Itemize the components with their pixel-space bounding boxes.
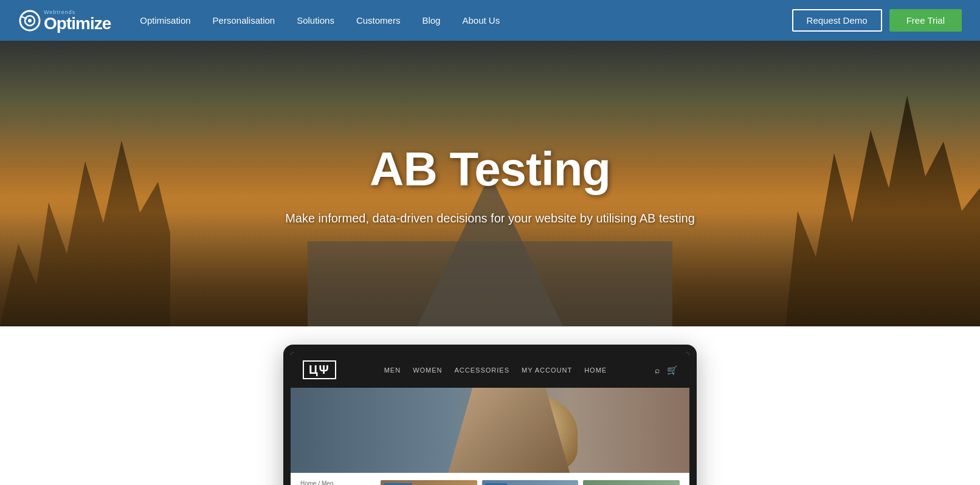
- logo-text: Webtrends Optimize: [44, 9, 111, 32]
- mock-site-logo: ЦΨ: [303, 360, 336, 379]
- nav-link-optimisation[interactable]: Optimisation: [129, 15, 201, 26]
- logo[interactable]: Webtrends Optimize: [18, 9, 111, 32]
- navbar-nav: Optimisation Personalisation Solutions C…: [129, 15, 792, 26]
- mock-search-icon: ⌕: [655, 365, 660, 375]
- laptop-frame: ЦΨ MEN WOMEN ACCESSORIES MY ACCOUNT HOME…: [283, 345, 697, 485]
- hero-subtitle: Make informed, data-driven decisions for…: [285, 212, 695, 225]
- hero-section: AB Testing Make informed, data-driven de…: [0, 41, 980, 326]
- mock-products-grid: JACKETS JEANS: [381, 480, 680, 485]
- logo-optimize: Optimize: [44, 15, 111, 32]
- nav-item-customers[interactable]: Customers: [345, 15, 412, 26]
- laptop-section: ЦΨ MEN WOMEN ACCESSORIES MY ACCOUNT HOME…: [0, 326, 980, 485]
- svg-point-2: [28, 19, 32, 22]
- navbar-actions: Request Demo Free Trial: [792, 9, 962, 32]
- mock-product-third: [583, 480, 680, 485]
- nav-item-solutions[interactable]: Solutions: [286, 15, 345, 26]
- nav-link-customers[interactable]: Customers: [345, 15, 412, 26]
- mock-sidebar: Home / Men CHANGE CURRENCY: [300, 480, 373, 485]
- laptop-notch: [472, 352, 508, 358]
- nav-item-optimisation[interactable]: Optimisation: [129, 15, 201, 26]
- free-trial-button[interactable]: Free Trial: [889, 9, 962, 32]
- nav-item-about[interactable]: About Us: [451, 15, 511, 26]
- request-demo-button[interactable]: Request Demo: [792, 9, 882, 32]
- nav-link-personalisation[interactable]: Personalisation: [202, 15, 286, 26]
- nav-link-about[interactable]: About Us: [451, 15, 511, 26]
- mock-site-icons: ⌕ 🛒: [655, 365, 677, 375]
- mock-site-nav-links: MEN WOMEN ACCESSORIES MY ACCOUNT HOME: [384, 366, 607, 374]
- mock-hero-banner: [291, 388, 689, 473]
- optimize-logo-icon: [18, 9, 41, 32]
- laptop-mockup: ЦΨ MEN WOMEN ACCESSORIES MY ACCOUNT HOME…: [283, 345, 697, 485]
- laptop-screen: ЦΨ MEN WOMEN ACCESSORIES MY ACCOUNT HOME…: [291, 352, 689, 485]
- mock-nav-men: MEN: [384, 366, 401, 374]
- mock-product-jackets: JACKETS: [381, 480, 477, 485]
- navbar: Webtrends Optimize Optimisation Personal…: [0, 0, 980, 41]
- mock-nav-accessories: ACCESSORIES: [455, 366, 509, 374]
- nav-link-solutions[interactable]: Solutions: [286, 15, 345, 26]
- mock-cart-icon: 🛒: [667, 365, 677, 375]
- mock-nav-myaccount: MY ACCOUNT: [522, 366, 572, 374]
- hero-content: AB Testing Make informed, data-driven de…: [273, 142, 707, 225]
- mock-nav-women: WOMEN: [413, 366, 442, 374]
- nav-link-blog[interactable]: Blog: [411, 15, 451, 26]
- mock-nav-home: HOME: [584, 366, 607, 374]
- mock-content-area: Home / Men CHANGE CURRENCY JACKETS JEANS: [291, 473, 689, 485]
- mock-breadcrumb: Home / Men: [300, 480, 373, 485]
- mock-product-jeans: JEANS: [482, 480, 579, 485]
- nav-item-personalisation[interactable]: Personalisation: [202, 15, 286, 26]
- hero-title: AB Testing: [285, 142, 695, 197]
- nav-item-blog[interactable]: Blog: [411, 15, 451, 26]
- mock-product-img-third: [583, 480, 680, 485]
